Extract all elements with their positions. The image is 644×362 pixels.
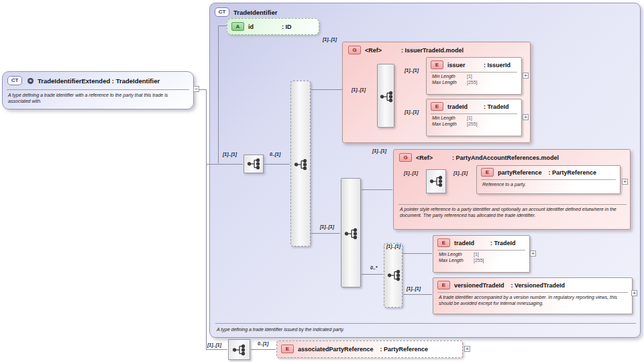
extended-box-description: A type defining a trade identifier with … (8, 92, 191, 104)
element-issuer[interactable]: E issuer : IssuerId Min Length[1] Max Le… (426, 57, 522, 95)
cardinality-label: 0..* (370, 265, 378, 270)
cardinality-label: [1]..[1] (405, 68, 419, 73)
element-name: versionedTradeId (454, 282, 504, 289)
complex-type-trade-identifier-extended[interactable]: CT+ TradeIdentifierExtended : TradeIdent… (2, 71, 194, 109)
group-separator (398, 204, 627, 205)
element-type: : VersionedTradeId (511, 282, 566, 289)
expand-button-trade-id-1[interactable]: + (523, 114, 529, 120)
sequence-icon (344, 228, 358, 240)
expand-button-versioned-trade-id[interactable]: + (631, 290, 637, 296)
element-type: : PartyReference (549, 169, 597, 176)
group-name: <Ref> (365, 47, 397, 54)
attribute-id[interactable]: A id : ID (227, 18, 319, 35)
facet-value: [255] (467, 80, 478, 86)
element-separator (437, 292, 628, 293)
group-description: A pointer style reference to a party ide… (400, 206, 625, 218)
element-icon: E (431, 60, 443, 69)
group-type: : IssuerTradeId.model (401, 47, 464, 54)
element-associated-party-reference[interactable]: E associatedPartyReference : PartyRefere… (276, 341, 463, 358)
cardinality-label: [1]..[1] (405, 109, 419, 114)
extended-box-separator (7, 89, 189, 90)
expand-button-issuer[interactable]: + (523, 73, 529, 79)
sequence-icon (387, 269, 401, 281)
attribute-type: : ID (282, 24, 292, 30)
optional-sequence-bar[interactable] (290, 81, 311, 246)
sequence-icon (232, 344, 246, 356)
cardinality-label: [1]..[1] (404, 171, 418, 175)
facet-value: [1] (474, 252, 479, 258)
facet-name: Min Length (432, 116, 467, 122)
cardinality-label: [1]..[1] (320, 224, 334, 229)
complex-type-extension-icon: CT (7, 76, 22, 85)
element-separator (431, 114, 517, 114)
group-icon: G (399, 153, 412, 162)
group-name: <Ref> (416, 154, 448, 161)
sequence-compositor-extension[interactable] (228, 339, 250, 360)
group-type: : PartyAndAccountReferences.model (452, 154, 559, 161)
element-separator (431, 72, 517, 73)
cardinality-label: [1]..[1] (223, 152, 237, 156)
element-type: : PartyReference (380, 346, 429, 353)
element-versioned-trade-id[interactable]: E versionedTradeId : VersionedTradeId A … (433, 277, 633, 314)
element-icon: E (437, 281, 450, 289)
expand-button-party-reference[interactable]: + (622, 179, 628, 185)
element-icon: E (481, 168, 494, 177)
cardinality-label: [1]..[1] (372, 148, 386, 153)
facet-name: Min Length (439, 252, 474, 258)
cardinality-label: [1]..[1] (453, 171, 468, 175)
element-name: partyReference (498, 169, 542, 176)
facet-value: [1] (467, 116, 472, 122)
sequence-compositor-group2[interactable] (426, 169, 446, 193)
facet-name: Max Length (439, 258, 474, 264)
repeating-sequence-bar[interactable] (384, 243, 402, 308)
extension-plus-icon: + (28, 78, 34, 84)
sequence-compositor-root[interactable] (244, 154, 264, 173)
facet-name: Max Length (432, 80, 467, 86)
element-name: issuer (447, 62, 480, 69)
element-type: : TradeId (490, 240, 516, 246)
facet-name: Max Length (432, 122, 467, 128)
element-type: : IssuerId (484, 62, 511, 69)
group-icon: G (348, 46, 361, 54)
facet-value: [255] (474, 258, 484, 264)
sequence-bar-group1[interactable] (377, 64, 394, 128)
facet-value: [1] (467, 74, 472, 80)
attribute-name: id (248, 24, 278, 30)
element-name: tradeId (447, 103, 480, 110)
sequence-icon (294, 159, 308, 171)
element-name: associatedPartyReference (298, 346, 374, 353)
sequence-icon (247, 158, 261, 170)
cardinality-label: [1]..[1] (323, 37, 337, 42)
element-icon: E (431, 102, 443, 111)
extended-box-title: TradeIdentifierExtended : TradeIdentifie… (38, 77, 160, 85)
element-name: tradeId (454, 240, 486, 246)
cardinality-label: [1]..[1] (207, 343, 221, 347)
facet-value: [255] (467, 122, 478, 128)
element-description: Reference to a party. (477, 181, 620, 187)
element-icon: E (437, 238, 450, 247)
cardinality-label: [1]..[1] (386, 244, 400, 248)
sequence-icon (380, 91, 394, 103)
element-description: A trade identifier accompanied by a vers… (433, 294, 632, 306)
expand-button-associated-party-reference[interactable]: + (464, 346, 470, 352)
expand-button-trade-id-2[interactable]: + (530, 251, 536, 257)
element-trade-id-2[interactable]: E tradeId : TradeId Min Length[1] Max Le… (433, 235, 530, 273)
element-separator (437, 250, 525, 251)
attribute-icon: A (231, 22, 244, 31)
element-trade-id-1[interactable]: E tradeId : TradeId Min Length[1] Max Le… (426, 99, 522, 136)
facet-name: Min Length (432, 74, 467, 80)
cardinality-label: 0..[1] (270, 152, 280, 156)
collapse-toggle[interactable]: − (193, 86, 199, 92)
element-type: : TradeId (484, 103, 509, 110)
sequence-bar-inner[interactable] (341, 178, 361, 287)
cardinality-label: [1]..[1] (352, 87, 366, 92)
cardinality-label: 0..[1] (258, 341, 268, 346)
sequence-icon (429, 175, 443, 187)
element-icon: E (281, 345, 294, 353)
cardinality-label: [1]..[1] (407, 286, 421, 291)
element-party-reference[interactable]: E partyReference : PartyReference Refere… (476, 165, 621, 194)
element-separator (481, 179, 616, 180)
